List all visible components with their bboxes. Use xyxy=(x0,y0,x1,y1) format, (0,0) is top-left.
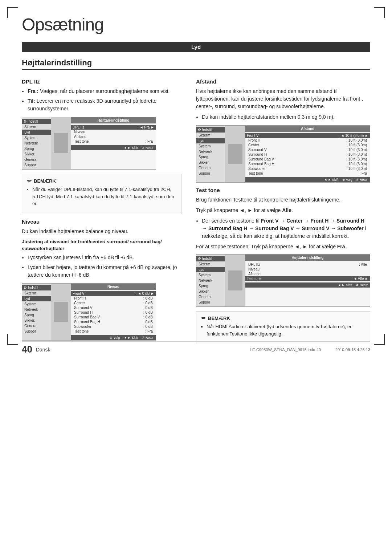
page-number: 40 xyxy=(22,344,32,355)
dpl-content-title: Højttalerindstilling xyxy=(71,117,156,123)
testtone-row-afstand: Afstand xyxy=(248,272,367,276)
testtone-content-title: Højttalerindstilling xyxy=(245,255,370,261)
afstand-row-fronth: Front H : 10 ft (3.0m) xyxy=(248,138,367,143)
niveau-screen-footer: ⊕ Valg ◄ ► Skift ↺ Retur xyxy=(71,335,156,340)
dpl-sidebar-suppor: Suppor xyxy=(22,162,51,168)
bemerk-title-2: ✏ BEMÆRK xyxy=(201,315,365,321)
niveau-sidebar-sprog: Sprog xyxy=(22,312,51,318)
afstand-title: Afstand xyxy=(196,78,370,85)
afstand-screen: ⚙ Indstill Skærm Lyd System Netværk Spro… xyxy=(196,125,370,183)
dpl-bullet-2: Til: Leverer en mere realistisk 3D-surro… xyxy=(28,97,181,113)
niveau-row-frontv: Front V : ◄ 0 dB ► xyxy=(71,291,156,296)
testtone-screen-content: Højttalerindstilling DPL IIz : Alle Nive… xyxy=(245,255,370,306)
niveau-content-title: Niveau xyxy=(71,284,156,290)
afstand-row-subwoofer: Subwoofer : 10 ft (3.0m) xyxy=(248,166,367,171)
dpl-sidebar-sikker: Sikker. xyxy=(22,151,51,157)
footer-file-info: HT-C9950W_SENA_DAN_0915.indd 40 2010-09-… xyxy=(250,347,370,352)
bemerk-list-1: Når du vælger DPLII-tilstand, kan du lyt… xyxy=(32,186,176,207)
pencil-icon-2: ✏ xyxy=(201,315,206,321)
afstand-screen-sidebar: ⚙ Indstill Skærm Lyd System Netværk Spro… xyxy=(196,126,225,182)
bemerk-box-1: ✏ BEMÆRK Når du vælger DPLII-tilstand, k… xyxy=(22,174,181,214)
dpl-sidebar-sprog: Sprog xyxy=(22,146,51,151)
afstand-row-frontv: Front V : ◄ 10 ft (3.0m) ► xyxy=(245,133,370,138)
page-footer: 40 Dansk HT-C9950W_SENA_DAN_0915.indd 40… xyxy=(22,341,370,355)
dpl-screen-content: Højttalerindstilling DPL IIz : ◄ Fra ► N… xyxy=(71,117,156,169)
testtone-row-niveau: Niveau xyxy=(248,267,367,272)
testtone-sidebar-lyd: Lyd xyxy=(196,267,225,272)
dpl-bullets: Fra : Vælges, når du placerer surroundba… xyxy=(28,88,181,113)
niveau-sidebar-suppor: Suppor xyxy=(22,329,51,334)
afstand-row-surroundbagh: Surround Bag H : 10 ft (3.0m) xyxy=(248,162,367,166)
afstand-row-surroundv: Surround V : 10 ft (3.0m) xyxy=(248,147,367,152)
dpl-sidebar-lyd: Lyd xyxy=(22,130,51,135)
testtone-screen: ⚙ Indstill Skærm Lyd System Netværk Spro… xyxy=(196,254,370,307)
page-language: Dansk xyxy=(36,347,50,353)
niveau-content-body: Front V : ◄ 0 dB ► Front H : 0 dB Center… xyxy=(71,290,156,335)
niveau-screen-sidebar: ⚙ Indstill Skærm Lyd System Netværk Spro… xyxy=(22,284,51,340)
testtone-title: Test tone xyxy=(196,187,370,193)
niveau-sidebar-skarm: Skærm xyxy=(22,290,51,296)
niveau-sidebar-sikker: Sikker. xyxy=(22,318,51,323)
afstand-row-surroundbagv: Surround Bag V : 10 ft (3.0m) xyxy=(248,157,367,162)
dpl-sidebar-skarm: Skærm xyxy=(22,124,51,130)
dpl-screen: ⚙ Indstill Skærm Lyd System Netværk Spro… xyxy=(22,117,156,170)
afstand-content-title: Afstand xyxy=(245,126,370,132)
afstand-content-body: Front V : ◄ 10 ft (3.0m) ► Front H : 10 … xyxy=(245,132,370,177)
testtone-sidebar-system: System xyxy=(196,272,225,278)
niveau-row-surroundv: Surround V : 0 dB xyxy=(74,305,153,310)
bemerk-item-1-1: Når du vælger DPLII-tilstand, kan du lyt… xyxy=(32,186,176,207)
afstand-sidebar-sprog: Sprog xyxy=(196,154,225,160)
afstand-sidebar-sikker: Sikker. xyxy=(196,160,225,165)
dpl-row-afstand: Afstand xyxy=(74,134,153,139)
page-title: Opsætning xyxy=(22,15,370,34)
dpl-row-niveau: Niveau xyxy=(74,130,153,134)
testtone-bullets: Der sendes en testtone til Front V → Cen… xyxy=(202,217,370,240)
testtone-arrow-sequence: Der sendes en testtone til Front V → Cen… xyxy=(202,217,370,240)
right-column: Afstand Hvis højttalerne ikke kan anbrin… xyxy=(196,75,370,349)
afstand-screen-content: Afstand Front V : ◄ 10 ft (3.0m) ► Front… xyxy=(245,126,370,182)
niveau-intro: Du kan indstille højttalernes balance og… xyxy=(22,228,181,235)
testtone-intro: Brug funktionen Testtone til at kontroll… xyxy=(196,196,370,204)
niveau-sidebar-genera: Genera xyxy=(22,323,51,329)
afstand-row-testtone: Test tone : Fra xyxy=(248,171,367,176)
dpl-gear-row: ⚙ Indstill xyxy=(22,119,51,124)
lyd-header: Lyd xyxy=(22,42,370,52)
afstand-speaker-image xyxy=(225,126,245,182)
pencil-icon-1: ✏ xyxy=(27,178,32,184)
dpl-row-testtone: Test tone : Fra xyxy=(74,139,153,144)
testtone-speaker-image xyxy=(225,255,245,306)
testtone-sidebar-genera: Genera xyxy=(196,294,225,300)
niveau-row-subwoofer: Subwoofer : 0 dB xyxy=(74,324,153,329)
bemerk-box-2: ✏ BEMÆRK Når HDMI Audio er aktiveret (ly… xyxy=(196,311,370,344)
bemerk-list-2: Når HDMI Audio er aktiveret (lyd udsende… xyxy=(207,323,365,337)
testtone-sidebar-sikker: Sikker. xyxy=(196,289,225,294)
niveau-row-testtone: Test tone : Fra xyxy=(74,329,153,334)
dpl-screen-footer: ◄ ► Skift ↺ Retur xyxy=(71,145,156,150)
testtone-instruction2: For at stoppe testtonen: Tryk på knapper… xyxy=(196,243,370,251)
footer-filename: HT-C9950W_SENA_DAN_0915.indd 40 xyxy=(250,347,321,352)
niveau-sidebar-netvaerk: Netværk xyxy=(22,307,51,312)
niveau-sidebar-lyd: Lyd xyxy=(22,296,51,301)
niveau-screen-content: Niveau Front V : ◄ 0 dB ► Front H : 0 dB… xyxy=(71,284,156,340)
niveau-row-surroundbagv: Surround Bag V : 0 dB xyxy=(74,315,153,320)
dpl-speaker-image xyxy=(51,117,71,169)
testtone-screen-sidebar: ⚙ Indstill Skærm Lyd System Netværk Spro… xyxy=(196,255,225,306)
testtone-sidebar-skarm: Skærm xyxy=(196,261,225,267)
dpl-title: DPL IIz xyxy=(22,78,181,85)
afstand-bullet-1: Du kan indstille højttalerafstanden mell… xyxy=(202,113,370,121)
dpl-row-dplllz: DPL IIz : ◄ Fra ► xyxy=(71,125,156,130)
dpl-screen-sidebar: ⚙ Indstill Skærm Lyd System Netværk Spro… xyxy=(22,117,51,169)
testtone-gear-row: ⚙ Indstill xyxy=(196,256,225,261)
bemerk-title-1: ✏ BEMÆRK xyxy=(27,178,176,184)
afstand-bullets: Du kan indstille højttalerafstanden mell… xyxy=(202,113,370,121)
testtone-row-dplllz: DPL IIz : Alle xyxy=(248,262,367,267)
dpl-sidebar-system: System xyxy=(22,135,51,141)
dpl-bullet-1: Fra : Vælges, når du placerer surroundba… xyxy=(28,88,181,95)
niveau-bullets: Lydstyrken kan justeres i trin fra +6 dB… xyxy=(28,254,181,279)
niveau-sidebar-system: System xyxy=(22,301,51,307)
niveau-bullet-1: Lydstyrken kan justeres i trin fra +6 dB… xyxy=(28,254,181,261)
testtone-row-testtone: Test tone : ◄ Alle ► xyxy=(245,276,370,281)
niveau-row-surroundh: Surround H : 0 dB xyxy=(74,310,153,315)
afstand-sidebar-lyd: Lyd xyxy=(196,138,225,143)
testtone-instruction1: Tryk på knapperne ◄, ► for at vælge Alle… xyxy=(196,207,370,214)
